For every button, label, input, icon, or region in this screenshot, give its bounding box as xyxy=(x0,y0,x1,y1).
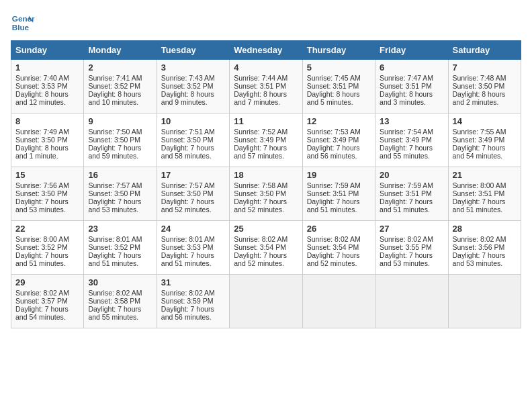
logo-icon: General Blue xyxy=(11,11,35,35)
daylight-text: Daylight: 7 hours and 55 minutes. xyxy=(380,144,433,160)
daylight-text: Daylight: 7 hours and 59 minutes. xyxy=(88,144,141,160)
daylight-text: Daylight: 7 hours and 53 minutes. xyxy=(15,197,69,214)
day-number: 19 xyxy=(307,170,371,180)
daylight-text: Daylight: 7 hours and 51 minutes. xyxy=(453,197,506,214)
daylight-text: Daylight: 7 hours and 51 minutes. xyxy=(161,251,214,267)
calendar-cell: 26Sunrise: 8:02 AMSunset: 3:54 PMDayligh… xyxy=(302,221,375,275)
daylight-text: Daylight: 7 hours and 51 minutes. xyxy=(307,197,360,214)
sunset-text: Sunset: 3:52 PM xyxy=(88,243,140,251)
day-number: 16 xyxy=(88,170,152,180)
day-number: 28 xyxy=(453,224,517,234)
daylight-text: Daylight: 7 hours and 51 minutes. xyxy=(88,251,141,267)
day-number: 22 xyxy=(15,224,79,234)
page-header: General Blue xyxy=(11,11,521,35)
calendar-cell: 17Sunrise: 7:57 AMSunset: 3:50 PMDayligh… xyxy=(157,167,229,221)
sunrise-text: Sunrise: 7:47 AM xyxy=(380,74,433,82)
daylight-text: Daylight: 7 hours and 53 minutes. xyxy=(380,251,433,267)
calendar-cell: 12Sunrise: 7:53 AMSunset: 3:49 PMDayligh… xyxy=(302,113,375,167)
calendar-cell: 10Sunrise: 7:51 AMSunset: 3:50 PMDayligh… xyxy=(157,113,229,167)
calendar-cell: 20Sunrise: 7:59 AMSunset: 3:51 PMDayligh… xyxy=(375,167,448,221)
day-number: 20 xyxy=(380,170,443,180)
day-number: 30 xyxy=(88,277,152,287)
sunset-text: Sunset: 3:51 PM xyxy=(234,82,286,90)
column-header-sunday: Sunday xyxy=(11,41,84,60)
sunset-text: Sunset: 3:49 PM xyxy=(453,136,505,144)
sunrise-text: Sunrise: 7:43 AM xyxy=(161,74,215,82)
sunset-text: Sunset: 3:52 PM xyxy=(88,82,140,90)
daylight-text: Daylight: 8 hours and 10 minutes. xyxy=(88,90,141,106)
sunset-text: Sunset: 3:55 PM xyxy=(380,243,432,251)
day-number: 23 xyxy=(88,224,152,234)
calendar-cell: 18Sunrise: 7:58 AMSunset: 3:50 PMDayligh… xyxy=(230,167,302,221)
calendar-cell: 29Sunrise: 8:02 AMSunset: 3:57 PMDayligh… xyxy=(11,275,84,328)
day-number: 4 xyxy=(234,62,298,73)
daylight-text: Daylight: 7 hours and 54 minutes. xyxy=(453,144,506,160)
daylight-text: Daylight: 8 hours and 1 minute. xyxy=(15,144,69,160)
svg-text:General: General xyxy=(12,14,35,23)
day-number: 29 xyxy=(15,277,79,287)
sunset-text: Sunset: 3:50 PM xyxy=(88,189,140,197)
sunrise-text: Sunrise: 8:02 AM xyxy=(161,289,215,297)
calendar-cell xyxy=(302,275,375,328)
day-number: 13 xyxy=(380,116,443,126)
column-header-saturday: Saturday xyxy=(448,41,521,60)
day-number: 11 xyxy=(234,116,298,126)
day-number: 15 xyxy=(15,170,79,180)
sunset-text: Sunset: 3:53 PM xyxy=(161,243,214,251)
day-number: 26 xyxy=(307,224,371,234)
daylight-text: Daylight: 7 hours and 52 minutes. xyxy=(234,197,287,214)
daylight-text: Daylight: 8 hours and 5 minutes. xyxy=(307,90,360,106)
calendar-cell: 7Sunrise: 7:48 AMSunset: 3:50 PMDaylight… xyxy=(448,60,521,113)
week-row-5: 29Sunrise: 8:02 AMSunset: 3:57 PMDayligh… xyxy=(11,275,521,328)
calendar-cell xyxy=(448,275,521,328)
daylight-text: Daylight: 7 hours and 57 minutes. xyxy=(234,144,287,160)
sunrise-text: Sunrise: 8:00 AM xyxy=(15,235,69,243)
daylight-text: Daylight: 7 hours and 52 minutes. xyxy=(234,251,287,267)
sunset-text: Sunset: 3:50 PM xyxy=(15,136,68,144)
week-row-2: 8Sunrise: 7:49 AMSunset: 3:50 PMDaylight… xyxy=(11,113,521,167)
sunrise-text: Sunrise: 7:44 AM xyxy=(234,74,287,82)
sunset-text: Sunset: 3:52 PM xyxy=(161,82,214,90)
sunset-text: Sunset: 3:50 PM xyxy=(15,189,68,197)
day-number: 6 xyxy=(380,62,443,73)
sunrise-text: Sunrise: 8:01 AM xyxy=(161,235,215,243)
sunrise-text: Sunrise: 7:56 AM xyxy=(15,181,69,189)
calendar-cell: 27Sunrise: 8:02 AMSunset: 3:55 PMDayligh… xyxy=(375,221,448,275)
sunset-text: Sunset: 3:51 PM xyxy=(380,82,432,90)
calendar-cell: 21Sunrise: 8:00 AMSunset: 3:51 PMDayligh… xyxy=(448,167,521,221)
sunset-text: Sunset: 3:58 PM xyxy=(88,297,140,305)
column-header-friday: Friday xyxy=(375,41,448,60)
daylight-text: Daylight: 8 hours and 12 minutes. xyxy=(15,90,69,106)
day-number: 7 xyxy=(453,62,517,73)
calendar-table: SundayMondayTuesdayWednesdayThursdayFrid… xyxy=(11,40,521,328)
day-number: 5 xyxy=(307,62,371,73)
sunset-text: Sunset: 3:50 PM xyxy=(88,136,140,144)
sunrise-text: Sunrise: 7:57 AM xyxy=(88,181,142,189)
calendar-cell xyxy=(230,275,302,328)
calendar-cell: 24Sunrise: 8:01 AMSunset: 3:53 PMDayligh… xyxy=(157,221,229,275)
sunrise-text: Sunrise: 7:48 AM xyxy=(453,74,506,82)
day-number: 21 xyxy=(453,170,517,180)
day-number: 17 xyxy=(161,170,225,180)
daylight-text: Daylight: 7 hours and 51 minutes. xyxy=(380,197,433,214)
daylight-text: Daylight: 7 hours and 52 minutes. xyxy=(307,251,360,267)
sunset-text: Sunset: 3:51 PM xyxy=(307,82,359,90)
daylight-text: Daylight: 7 hours and 56 minutes. xyxy=(161,305,214,321)
sunset-text: Sunset: 3:51 PM xyxy=(307,189,359,197)
sunset-text: Sunset: 3:54 PM xyxy=(234,243,286,251)
day-number: 14 xyxy=(453,116,517,126)
calendar-cell: 3Sunrise: 7:43 AMSunset: 3:52 PMDaylight… xyxy=(157,60,229,113)
sunrise-text: Sunrise: 7:57 AM xyxy=(161,181,215,189)
column-header-wednesday: Wednesday xyxy=(230,41,302,60)
calendar-cell: 30Sunrise: 8:02 AMSunset: 3:58 PMDayligh… xyxy=(84,275,157,328)
day-number: 27 xyxy=(380,224,443,234)
week-row-3: 15Sunrise: 7:56 AMSunset: 3:50 PMDayligh… xyxy=(11,167,521,221)
day-number: 31 xyxy=(161,277,225,287)
sunset-text: Sunset: 3:50 PM xyxy=(161,189,214,197)
sunset-text: Sunset: 3:57 PM xyxy=(15,297,68,305)
day-number: 24 xyxy=(161,224,225,234)
sunrise-text: Sunrise: 8:00 AM xyxy=(453,181,506,189)
calendar-cell: 11Sunrise: 7:52 AMSunset: 3:49 PMDayligh… xyxy=(230,113,302,167)
daylight-text: Daylight: 7 hours and 52 minutes. xyxy=(161,197,214,214)
sunrise-text: Sunrise: 8:02 AM xyxy=(15,289,69,297)
